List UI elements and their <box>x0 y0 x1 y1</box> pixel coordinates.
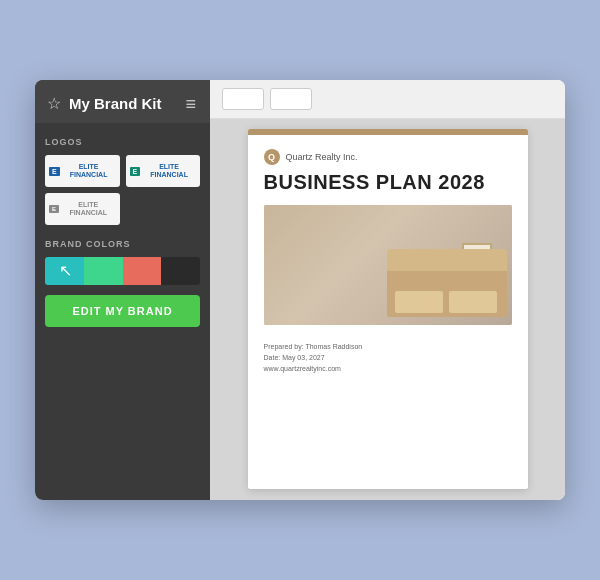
color-salmon <box>123 257 162 285</box>
logos-section-label: LOGOS <box>45 137 200 147</box>
couch-back <box>387 249 507 271</box>
prepared-by: Prepared by: Thomas Raddison <box>264 341 512 352</box>
logo2-text: ELITE FINANCIAL <box>142 163 196 180</box>
toolbar-button-2[interactable] <box>270 88 312 110</box>
sidebar-content: LOGOS E ELITE FINANCIAL E ELITE FINANCIA… <box>35 123 210 500</box>
doc-date: Date: May 03, 2027 <box>264 352 512 363</box>
star-icon: ☆ <box>47 94 61 113</box>
doc-title: BUSINESS PLAN 2028 <box>264 171 512 193</box>
doc-website: www.quartzrealtyinc.com <box>264 363 512 374</box>
sidebar-title-row: ☆ My Brand Kit <box>47 94 162 113</box>
doc-footer: Prepared by: Thomas Raddison Date: May 0… <box>264 333 512 375</box>
room-bg <box>264 205 512 325</box>
sidebar-header: ☆ My Brand Kit ≡ <box>35 80 210 123</box>
main-content: Q Quartz Realty Inc. BUSINESS PLAN 2028 <box>210 80 565 500</box>
edit-my-brand-button[interactable]: EDIT MY BRAND <box>45 295 200 327</box>
brand-icon: Q <box>264 149 280 165</box>
main-window: ☆ My Brand Kit ≡ LOGOS E ELITE FINANCIAL… <box>35 80 565 500</box>
logos-grid: E ELITE FINANCIAL E ELITE FINANCIAL E EL… <box>45 155 200 225</box>
sidebar-title: My Brand Kit <box>69 95 162 112</box>
color-dark <box>161 257 200 285</box>
brand-name: Quartz Realty Inc. <box>286 152 358 162</box>
hamburger-icon[interactable]: ≡ <box>185 95 198 113</box>
couch-cushion-1 <box>395 291 443 313</box>
logo1-text: ELITE FINANCIAL <box>62 163 116 180</box>
doc-brand-row: Q Quartz Realty Inc. <box>264 149 512 165</box>
color-green <box>84 257 123 285</box>
document-page: Q Quartz Realty Inc. BUSINESS PLAN 2028 <box>248 129 528 489</box>
doc-image-area: " The Premier Real Estate Professionals … <box>264 205 512 325</box>
couch-cushion-2 <box>449 291 497 313</box>
logo-item-1[interactable]: E ELITE FINANCIAL <box>45 155 120 187</box>
toolbar-button-1[interactable] <box>222 88 264 110</box>
brand-colors-label: BRAND COLORS <box>45 239 200 249</box>
sidebar: ☆ My Brand Kit ≡ LOGOS E ELITE FINANCIAL… <box>35 80 210 500</box>
couch <box>387 267 507 317</box>
document-area: Q Quartz Realty Inc. BUSINESS PLAN 2028 <box>210 119 565 500</box>
color-teal <box>45 257 84 285</box>
brand-colors-section: BRAND COLORS ↖ EDIT MY BRAND <box>45 239 200 327</box>
logo-item-2[interactable]: E ELITE FINANCIAL <box>126 155 201 187</box>
logo-item-3[interactable]: E ELITE FINANCIAL <box>45 193 120 225</box>
toolbar <box>210 80 565 119</box>
room-illustration <box>352 235 512 325</box>
doc-inner: Q Quartz Realty Inc. BUSINESS PLAN 2028 <box>248 135 528 391</box>
brand-colors-row[interactable]: ↖ <box>45 257 200 285</box>
logo3-text: ELITE FINANCIAL <box>61 201 115 218</box>
